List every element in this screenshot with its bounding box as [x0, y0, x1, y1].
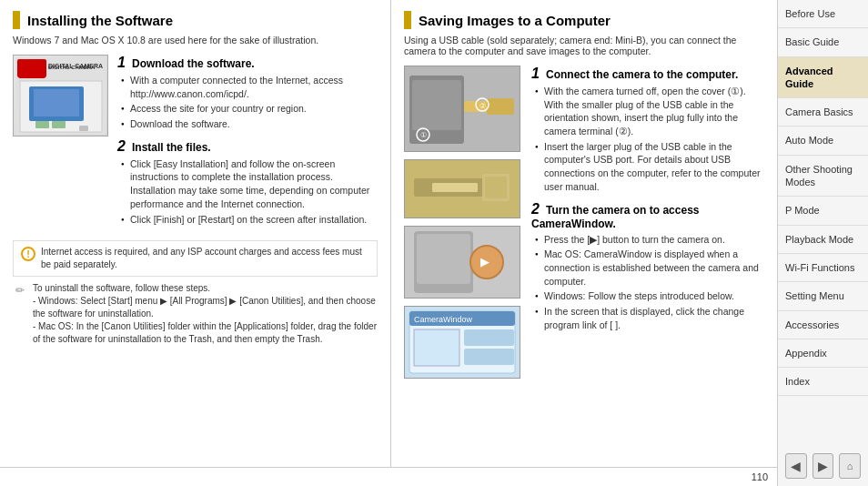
- sidebar-item-auto-mode[interactable]: Auto Mode: [778, 127, 868, 155]
- svg-rect-11: [412, 80, 461, 130]
- right-column: Saving Images to a Computer Using a USB …: [391, 0, 777, 467]
- right-step2-bullets: Press the [▶] button to turn the camera …: [531, 233, 764, 332]
- next-page-button[interactable]: ▶: [812, 453, 834, 479]
- step1-title: Download the software.: [132, 57, 255, 70]
- sidebar-item-basic-guide[interactable]: Basic Guide: [778, 28, 868, 56]
- sidebar-item-advanced-guide[interactable]: Advanced Guide: [778, 57, 868, 99]
- sidebar-item-wifi-functions[interactable]: Wi-Fi Functions: [778, 254, 868, 282]
- main-content: Installing the Software Windows 7 and Ma…: [0, 0, 777, 486]
- right-step-1: 1 Connect the camera to the computer. Wi…: [531, 66, 764, 194]
- svg-rect-32: [414, 329, 459, 366]
- svg-text:CameraWindow: CameraWindow: [414, 315, 473, 324]
- right-step1-bullet-1: With the camera turned off, open the cov…: [535, 85, 764, 138]
- right-step2-bullet-3: Windows: Follow the steps introduced bel…: [535, 289, 764, 303]
- right-step-2: 2 Turn the camera on to access CameraWin…: [531, 201, 764, 332]
- step1-bullets: With a computer connected to the Interne…: [117, 74, 378, 131]
- right-step2-number: 2: [531, 201, 540, 217]
- svg-rect-33: [464, 329, 514, 346]
- sidebar-item-playback-mode[interactable]: Playback Mode: [778, 226, 868, 254]
- notice-box: ! Internet access is required, and any I…: [13, 240, 378, 277]
- step2-bullet-1: Click [Easy Installation] and follow the…: [121, 157, 378, 211]
- sidebar-item-appendix[interactable]: Appendix: [778, 339, 868, 368]
- left-subtitle: Windows 7 and Mac OS X 10.8 are used her…: [13, 35, 378, 46]
- right-inner: ① ②: [404, 66, 764, 379]
- svg-text:DIGITAL CAMERA: DIGITAL CAMERA: [48, 65, 96, 70]
- left-content-with-image: DIGITAL CAMERA 1 Down: [13, 55, 378, 233]
- left-step-2: 2 Install the files. Click [Easy Install…: [117, 138, 378, 226]
- camera-install-image: DIGITAL CAMERA: [13, 55, 108, 137]
- right-section-header: Saving Images to a Computer: [404, 11, 764, 29]
- right-section-title: Saving Images to a Computer: [419, 13, 611, 28]
- prev-page-button[interactable]: ◀: [785, 453, 807, 479]
- step1-bullet-2: Access the site for your country or regi…: [121, 102, 378, 116]
- right-steps-area: 1 Connect the camera to the computer. Wi…: [531, 66, 764, 379]
- pencil-icon: ✏: [13, 283, 27, 298]
- notice-text: Internet access is required, and any ISP…: [41, 246, 369, 271]
- step2-bullet-2: Click [Finish] or [Restart] on the scree…: [121, 213, 378, 227]
- svg-rect-21: [485, 177, 507, 198]
- right-step1-title: Connect the camera to the computer.: [546, 68, 738, 81]
- svg-rect-7: [52, 121, 66, 128]
- home-button[interactable]: ⌂: [839, 453, 861, 479]
- right-step1-bullets: With the camera turned off, open the cov…: [531, 85, 764, 194]
- svg-rect-25: [417, 234, 470, 284]
- right-step1-number: 1: [531, 66, 540, 81]
- svg-rect-13: [487, 98, 514, 115]
- svg-rect-22: [432, 183, 478, 192]
- usb-connect-image-1: ① ②: [404, 66, 520, 152]
- sidebar-item-accessories[interactable]: Accessories: [778, 311, 868, 339]
- sidebar-item-before-use[interactable]: Before Use: [778, 0, 868, 28]
- sidebar-item-index[interactable]: Index: [778, 368, 868, 396]
- two-column-layout: Installing the Software Windows 7 and Ma…: [0, 0, 777, 468]
- svg-text:①: ①: [420, 131, 427, 139]
- right-step2-bullet-2: Mac OS: CameraWindow is displayed when a…: [535, 248, 764, 288]
- step2-title: Install the files.: [132, 141, 211, 154]
- left-step-1: 1 Download the software. With a computer…: [117, 55, 378, 131]
- camera-power-image: ▶: [404, 226, 520, 299]
- page-number: 110: [0, 468, 777, 486]
- step1-number: 1: [117, 55, 126, 70]
- svg-rect-5: [34, 89, 79, 116]
- sidebar-item-p-mode[interactable]: P Mode: [778, 197, 868, 225]
- left-column: Installing the Software Windows 7 and Ma…: [0, 0, 391, 467]
- svg-text:②: ②: [479, 102, 486, 110]
- left-section-title: Installing the Software: [27, 13, 173, 28]
- svg-rect-1: [17, 59, 46, 77]
- sidebar-item-camera-basics[interactable]: Camera Basics: [778, 98, 868, 127]
- install-image-area: DIGITAL CAMERA: [13, 55, 108, 233]
- sidebar: Before Use Basic Guide Advanced Guide Ca…: [777, 0, 868, 486]
- step1-bullet-1: With a computer connected to the Interne…: [121, 74, 378, 100]
- svg-rect-6: [35, 121, 49, 128]
- camera-window-image: CameraWindow: [404, 306, 520, 379]
- left-steps-area: 1 Download the software. With a computer…: [117, 55, 378, 233]
- left-section-bar: [13, 11, 20, 29]
- note-text: To uninstall the software, follow these …: [33, 282, 378, 346]
- sidebar-item-other-shooting-modes[interactable]: Other Shooting Modes: [778, 156, 868, 197]
- step2-bullets: Click [Easy Installation] and follow the…: [117, 157, 378, 226]
- sidebar-navigation: ◀ ▶ ⌂: [778, 446, 868, 486]
- usb-connect-image-2: [404, 159, 520, 218]
- right-step1-bullet-2: Insert the larger plug of the USB cable …: [535, 140, 764, 194]
- sidebar-item-setting-menu[interactable]: Setting Menu: [778, 282, 868, 310]
- right-step2-title: Turn the camera on to access CameraWindo…: [531, 204, 699, 230]
- right-step2-bullet-1: Press the [▶] button to turn the camera …: [535, 233, 764, 247]
- step2-number: 2: [117, 138, 126, 154]
- svg-rect-8: [79, 126, 88, 131]
- note-box: ✏ To uninstall the software, follow thes…: [13, 282, 378, 346]
- step1-bullet-3: Download the software.: [121, 117, 378, 131]
- left-section-header: Installing the Software: [13, 11, 378, 29]
- right-subtitle: Using a USB cable (sold separately; came…: [404, 35, 764, 56]
- right-section-bar: [404, 11, 411, 29]
- svg-text:▶: ▶: [480, 256, 490, 268]
- svg-rect-34: [464, 349, 514, 365]
- right-step2-bullet-4: In the screen that is displayed, click t…: [535, 305, 764, 331]
- notice-icon: !: [21, 247, 35, 261]
- right-images-column: ① ②: [404, 66, 522, 379]
